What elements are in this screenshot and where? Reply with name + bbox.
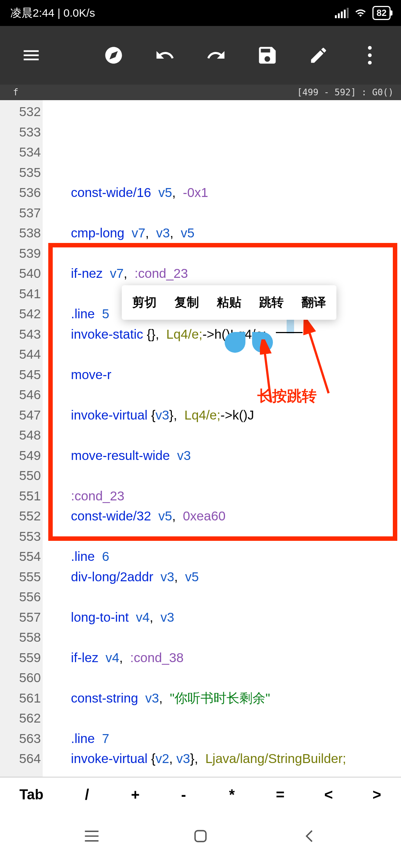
line-number: 536 bbox=[0, 183, 41, 203]
line-number: 552 bbox=[0, 506, 41, 526]
code-line[interactable]: const-wide/16 v5, -0x1 bbox=[45, 183, 401, 203]
code-line[interactable] bbox=[45, 203, 401, 223]
line-number: 546 bbox=[0, 385, 41, 405]
line-number: 545 bbox=[0, 365, 41, 385]
line-number: 535 bbox=[0, 162, 41, 183]
line-number: 563 bbox=[0, 729, 41, 749]
home-button[interactable] bbox=[186, 825, 215, 847]
line-number: 541 bbox=[0, 284, 41, 304]
context-menu-item-1[interactable]: 复制 bbox=[175, 294, 199, 311]
line-number: 549 bbox=[0, 445, 41, 466]
symbol-key--[interactable]: - bbox=[159, 786, 208, 803]
system-nav-bar bbox=[0, 812, 401, 868]
code-line[interactable]: long-to-int v4, v3 bbox=[45, 607, 401, 628]
context-menu-item-3[interactable]: 跳转 bbox=[259, 294, 284, 311]
code-line[interactable]: invoke-virtual {v3}, Lq4/e;->k()J bbox=[45, 405, 401, 425]
overflow-menu-button[interactable] bbox=[354, 40, 385, 71]
context-menu: 剪切复制粘贴跳转翻译 bbox=[122, 285, 336, 320]
line-number: 533 bbox=[0, 122, 41, 142]
line-number: 559 bbox=[0, 648, 41, 668]
battery-icon: 82 bbox=[372, 6, 391, 20]
code-line[interactable] bbox=[45, 243, 401, 264]
line-number: 537 bbox=[0, 203, 41, 223]
code-line[interactable] bbox=[45, 425, 401, 445]
code-line[interactable]: .line 6 bbox=[45, 546, 401, 567]
symbol-key-+[interactable]: + bbox=[111, 786, 159, 803]
code-line[interactable] bbox=[45, 708, 401, 729]
line-number: 558 bbox=[0, 627, 41, 648]
symbol-key-=[interactable]: = bbox=[256, 786, 304, 803]
code-line[interactable] bbox=[45, 668, 401, 688]
code-line[interactable]: div-long/2addr v3, v5 bbox=[45, 567, 401, 587]
line-number: 544 bbox=[0, 344, 41, 365]
code-line[interactable] bbox=[45, 385, 401, 405]
line-number: 534 bbox=[0, 142, 41, 162]
line-number: 564 bbox=[0, 749, 41, 769]
line-number: 555 bbox=[0, 567, 41, 587]
line-number: 550 bbox=[0, 466, 41, 486]
line-number: 557 bbox=[0, 607, 41, 628]
line-number: 539 bbox=[0, 243, 41, 264]
code-line[interactable] bbox=[45, 627, 401, 648]
code-area[interactable]: const-wide/16 v5, -0x1cmp-long v7, v3, v… bbox=[43, 100, 401, 777]
edit-button[interactable] bbox=[303, 40, 334, 71]
explore-button[interactable] bbox=[98, 40, 129, 71]
code-line[interactable]: if-nez v7, :cond_23 bbox=[45, 263, 401, 284]
undo-button[interactable] bbox=[149, 40, 180, 71]
status-indicators: 82 bbox=[335, 6, 391, 20]
text-selection bbox=[287, 319, 294, 333]
context-menu-item-2[interactable]: 粘贴 bbox=[217, 294, 241, 311]
symbol-key->[interactable]: > bbox=[353, 786, 401, 803]
code-line[interactable]: invoke-static {}, Lq4/e;->h()Lq4/e; bbox=[45, 324, 401, 345]
code-line[interactable]: .line 7 bbox=[45, 729, 401, 749]
line-number: 553 bbox=[0, 526, 41, 547]
wifi-icon bbox=[354, 7, 367, 19]
code-line[interactable]: const-string v3, "你听书时长剩余" bbox=[45, 688, 401, 708]
code-line[interactable] bbox=[45, 769, 401, 777]
code-line[interactable]: const-wide/32 v5, 0xea60 bbox=[45, 506, 401, 526]
code-line[interactable]: :cond_23 bbox=[45, 486, 401, 506]
line-number: 554 bbox=[0, 546, 41, 567]
code-line[interactable] bbox=[45, 344, 401, 365]
line-number: 548 bbox=[0, 425, 41, 445]
code-line[interactable]: move-result-wide v3 bbox=[45, 445, 401, 466]
code-line[interactable]: move-r bbox=[45, 365, 401, 385]
symbol-keyboard-bar: Tab/+-*=<> bbox=[0, 777, 401, 812]
line-number: 551 bbox=[0, 486, 41, 506]
code-editor[interactable]: 5325335345355365375385395405415425435445… bbox=[0, 100, 401, 777]
redo-button[interactable] bbox=[200, 40, 232, 71]
position-indicator: [499 - 592] : G0() bbox=[297, 87, 394, 98]
symbol-key-tab[interactable]: Tab bbox=[0, 787, 63, 803]
code-line[interactable] bbox=[45, 587, 401, 607]
save-button[interactable] bbox=[252, 40, 283, 71]
line-number: 547 bbox=[0, 405, 41, 425]
line-number: 538 bbox=[0, 223, 41, 243]
symbol-key-*[interactable]: * bbox=[208, 786, 256, 803]
back-button[interactable] bbox=[294, 825, 324, 847]
signal-icon bbox=[335, 8, 349, 18]
editor-status-bar: f [499 - 592] : G0() bbox=[0, 85, 401, 100]
line-number: 543 bbox=[0, 324, 41, 345]
code-line[interactable]: if-lez v4, :cond_38 bbox=[45, 648, 401, 668]
line-number: 561 bbox=[0, 688, 41, 708]
code-line[interactable] bbox=[45, 466, 401, 486]
annotation-label: 长按跳转 bbox=[257, 386, 317, 406]
context-menu-item-0[interactable]: 剪切 bbox=[132, 294, 157, 311]
symbol-key-/[interactable]: / bbox=[63, 786, 111, 803]
line-number: 542 bbox=[0, 304, 41, 324]
svg-rect-5 bbox=[195, 831, 206, 841]
status-time: 凌晨2:44 | 0.0K/s bbox=[10, 6, 95, 21]
code-line[interactable]: invoke-virtual {v2, v3}, Ljava/lang/Stri… bbox=[45, 749, 401, 769]
symbol-key-<[interactable]: < bbox=[304, 786, 353, 803]
recents-button[interactable] bbox=[77, 825, 107, 847]
menu-button[interactable] bbox=[16, 40, 47, 71]
status-bar: 凌晨2:44 | 0.0K/s 82 bbox=[0, 0, 401, 26]
code-line[interactable] bbox=[45, 526, 401, 547]
line-number: 562 bbox=[0, 708, 41, 729]
line-number: 532 bbox=[0, 102, 41, 122]
selection-underline bbox=[276, 332, 303, 333]
line-number: 560 bbox=[0, 668, 41, 688]
context-menu-item-4[interactable]: 翻译 bbox=[301, 294, 326, 311]
code-line[interactable]: cmp-long v7, v3, v5 bbox=[45, 223, 401, 243]
line-gutter: 5325335345355365375385395405415425435445… bbox=[0, 100, 43, 777]
